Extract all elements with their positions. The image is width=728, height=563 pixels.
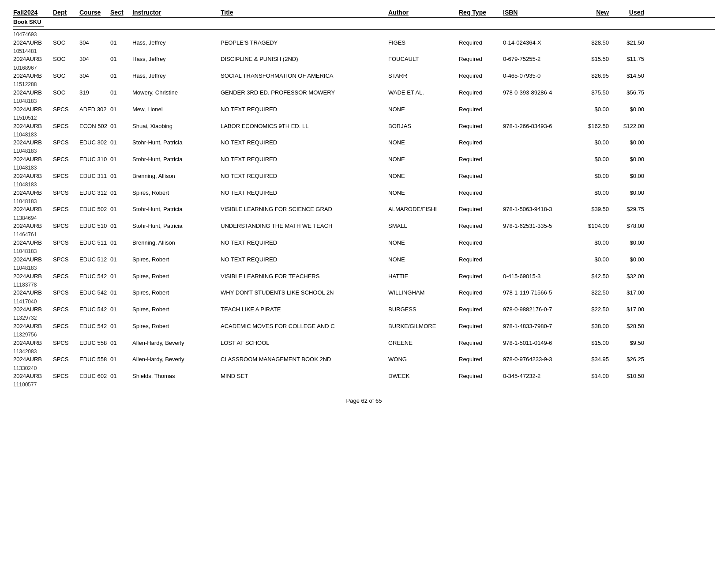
sku-value: 11048183 [13, 198, 53, 205]
sku-row: 11048183 [13, 248, 715, 255]
cell-fall: 2024AURB [13, 89, 53, 97]
cell-used: $17.00 [609, 306, 644, 314]
cell-title: LOST AT SCHOOL [221, 339, 388, 347]
cell-used: $11.75 [609, 55, 644, 63]
table-row: 110481832024AURBSPCSEDUC 51201Spires, Ro… [13, 248, 715, 264]
cell-reqtype: Required [459, 39, 503, 47]
cell-author: WONG [388, 355, 459, 363]
cell-new: $0.00 [574, 106, 609, 113]
cell-used: $56.75 [609, 89, 644, 97]
col-instructor: Instructor [132, 9, 221, 16]
list-item: 2024AURBSPCSADED 30201Mew, LionelNO TEXT… [13, 105, 715, 114]
sku-row: 11048183 [13, 265, 715, 272]
cell-sect: 01 [110, 339, 132, 347]
cell-isbn: 978-1-119-71566-5 [503, 289, 574, 297]
cell-instructor: Stohr-Hunt, Patricia [132, 205, 221, 213]
cell-used: $122.00 [609, 122, 644, 130]
table-row: 101689672024AURBSOC30401Hass, JeffreySOC… [13, 65, 715, 81]
cell-dept: SOC [53, 39, 79, 47]
cell-reqtype: Required [459, 89, 503, 97]
cell-instructor: Spires, Robert [132, 289, 221, 297]
cell-used: $14.50 [609, 72, 644, 80]
cell-dept: SPCS [53, 355, 79, 363]
list-item: 2024AURBSPCSEDUC 50201Stohr-Hunt, Patric… [13, 205, 715, 214]
col-title: Title [221, 9, 388, 16]
cell-title: NO TEXT REQUIRED [221, 239, 388, 247]
sku-value: 11048183 [13, 132, 53, 139]
sku-row: 11048183 [13, 181, 715, 189]
cell-isbn: 978-1-62531-335-5 [503, 222, 574, 230]
cell-dept: SPCS [53, 289, 79, 297]
cell-isbn [503, 189, 574, 197]
cell-used: $0.00 [609, 155, 644, 163]
sku-value: 11048183 [13, 165, 53, 172]
cell-isbn: 978-1-5011-0149-6 [503, 339, 574, 347]
cell-author: NONE [388, 139, 459, 147]
cell-course: EDUC 310 [79, 155, 110, 163]
cell-reqtype: Required [459, 189, 503, 197]
cell-reqtype: Required [459, 205, 503, 213]
cell-course: EDUC 542 [79, 322, 110, 330]
cell-sect: 01 [110, 72, 132, 80]
sku-value: 10474693 [13, 31, 53, 38]
cell-instructor: Allen-Hardy, Beverly [132, 355, 221, 363]
cell-reqtype: Required [459, 322, 503, 330]
cell-used: $0.00 [609, 139, 644, 147]
cell-sect: 01 [110, 189, 132, 197]
cell-dept: SPCS [53, 205, 79, 213]
cell-sect: 01 [110, 55, 132, 63]
cell-reqtype: Required [459, 289, 503, 297]
cell-used: $0.00 [609, 189, 644, 197]
cell-dept: SOC [53, 89, 79, 97]
cell-instructor: Mowery, Christine [132, 89, 221, 97]
page-number: Page 62 of 65 [346, 397, 382, 404]
cell-instructor: Spires, Robert [132, 189, 221, 197]
cell-new: $22.50 [574, 289, 609, 297]
cell-title: NO TEXT REQUIRED [221, 155, 388, 163]
table-row: 114170402024AURBSPCSEDUC 54201Spires, Ro… [13, 299, 715, 314]
sku-value: 11329756 [13, 332, 53, 339]
cell-fall: 2024AURB [13, 189, 53, 197]
sku-row: 10514481 [13, 48, 715, 55]
sku-row: 11329732 [13, 315, 715, 322]
cell-course: EDUC 558 [79, 339, 110, 347]
cell-title: WHY DON'T STUDENTS LIKE SCHOOL 2N [221, 289, 388, 297]
cell-isbn: 0-679-75255-2 [503, 55, 574, 63]
cell-instructor: Spires, Robert [132, 256, 221, 264]
list-item: 2024AURBSPCSEDUC 54201Spires, RobertWHY … [13, 288, 715, 297]
cell-used: $0.00 [609, 239, 644, 247]
cell-isbn: 0-345-47232-2 [503, 372, 574, 380]
cell-fall: 2024AURB [13, 172, 53, 180]
sku-value: 11048183 [13, 148, 53, 155]
cell-fall: 2024AURB [13, 122, 53, 130]
cell-course: EDUC 502 [79, 205, 110, 213]
cell-isbn: 978-1-5063-9418-3 [503, 205, 574, 213]
cell-instructor: Brenning, Allison [132, 239, 221, 247]
cell-reqtype: Required [459, 72, 503, 80]
cell-fall: 2024AURB [13, 139, 53, 147]
cell-fall: 2024AURB [13, 306, 53, 314]
cell-fall: 2024AURB [13, 372, 53, 380]
cell-new: $0.00 [574, 139, 609, 147]
cell-author: FOUCAULT [388, 55, 459, 63]
cell-title: CLASSROOM MANAGEMENT BOOK 2ND [221, 355, 388, 363]
table-row: 115105122024AURBSPCSECON 50201Shuai, Xia… [13, 115, 715, 131]
cell-isbn: 0-415-69015-3 [503, 272, 574, 280]
cell-used: $29.75 [609, 205, 644, 213]
cell-title: VISIBLE LEARNING FOR SCIENCE GRAD [221, 205, 388, 213]
cell-title: NO TEXT REQUIRED [221, 172, 388, 180]
data-container: 104746932024AURBSOC30401Hass, JeffreyPEO… [13, 31, 715, 389]
sku-value: 11329732 [13, 315, 53, 322]
cell-sect: 01 [110, 272, 132, 280]
cell-reqtype: Required [459, 172, 503, 180]
cell-new: $14.00 [574, 372, 609, 380]
list-item: 2024AURBSPCSEDUC 54201Spires, RobertVISI… [13, 272, 715, 281]
table-row: 110481832024AURBSPCSEDUC 31001Stohr-Hunt… [13, 148, 715, 164]
page-footer: Page 62 of 65 [13, 397, 715, 404]
cell-course: EDUC 542 [79, 306, 110, 314]
cell-reqtype: Required [459, 355, 503, 363]
cell-new: $15.50 [574, 55, 609, 63]
cell-reqtype: Required [459, 122, 503, 130]
list-item: 2024AURBSPCSEDUC 51201Spires, RobertNO T… [13, 255, 715, 264]
cell-fall: 2024AURB [13, 155, 53, 163]
